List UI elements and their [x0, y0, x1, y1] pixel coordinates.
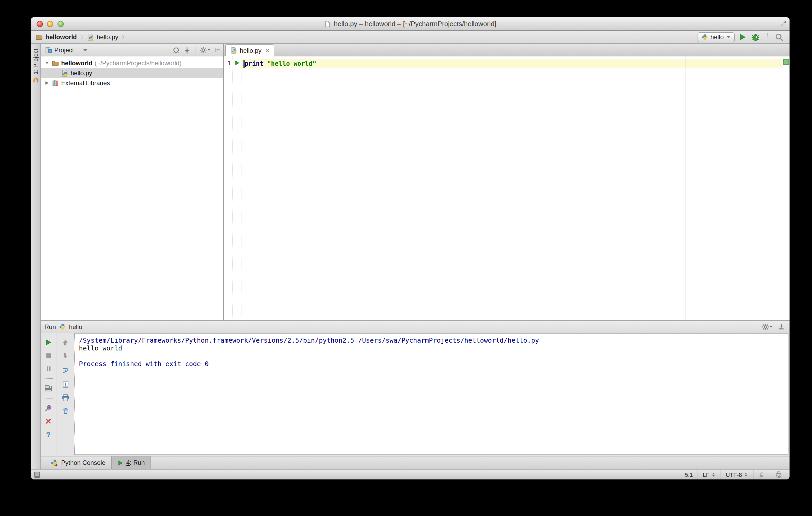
resize-grip-icon[interactable] [780, 20, 786, 27]
pin-tab-button[interactable] [44, 404, 53, 413]
traffic-lights [36, 21, 64, 27]
console-line: /System/Library/Frameworks/Python.framew… [79, 336, 784, 344]
down-arrow-icon [62, 352, 69, 359]
run-icon [739, 33, 746, 41]
print-button[interactable] [61, 393, 70, 402]
panel-settings-button[interactable] [200, 46, 210, 54]
stop-icon [45, 352, 52, 359]
prev-occurrence-button[interactable] [61, 338, 70, 347]
layout-icon [45, 385, 52, 392]
toolbar-separator [44, 398, 53, 398]
left-toolwindow-strip: 1: Project [31, 44, 41, 469]
zoom-window-button[interactable] [57, 21, 64, 27]
run-toolbar-primary: ✕ ? [41, 333, 56, 455]
stop-button[interactable] [44, 351, 53, 360]
libraries-icon [52, 79, 59, 86]
python-console-icon [51, 459, 58, 466]
editor-tab-hello-py[interactable]: hello.py × [225, 44, 274, 56]
scroll-from-source-button[interactable] [172, 46, 180, 54]
search-everywhere-button[interactable] [774, 32, 784, 42]
code-line-1[interactable]: print "hello world" [241, 59, 782, 68]
right-margin-line [686, 56, 686, 320]
close-tab-icon[interactable]: × [266, 47, 269, 54]
run-tab[interactable]: 4: Run [111, 456, 151, 469]
breadcrumb-project[interactable]: helloworld [35, 33, 77, 41]
document-icon [324, 20, 331, 27]
tree-row-external-libraries[interactable]: ▶ External Libraries [41, 78, 223, 88]
project-toolwindow-icon [32, 77, 39, 84]
editor: 1 print "hello world" [224, 56, 789, 320]
pause-icon [45, 365, 52, 372]
tree-row-project-root[interactable]: ▼ helloworld (~/PycharmProjects/hellowor… [41, 58, 223, 68]
help-button[interactable]: ? [44, 430, 53, 439]
updown-arrows-icon [711, 472, 716, 478]
console-line [79, 352, 784, 360]
highlighting-level-widget[interactable] [770, 469, 787, 480]
soft-wrap-button[interactable] [61, 366, 70, 374]
run-panel-title: Run [45, 323, 56, 330]
status-bar: 5:1 LF UTF-8 [31, 469, 789, 480]
hector-inspector-icon [775, 471, 783, 478]
gear-icon [200, 46, 207, 54]
project-panel-title: Project [54, 46, 74, 54]
run-line-icon[interactable] [234, 60, 240, 66]
printer-icon [61, 394, 69, 402]
hide-panel-button[interactable] [214, 47, 221, 53]
run-gutter [233, 56, 241, 320]
title-bar[interactable]: hello.py – helloworld – [~/PycharmProjec… [31, 17, 789, 31]
chevron-down-icon [726, 36, 730, 38]
trash-icon [61, 407, 69, 415]
line-separator-widget[interactable]: LF [698, 469, 721, 480]
breadcrumb-file[interactable]: hello.py [87, 33, 118, 41]
pause-output-button[interactable] [44, 364, 53, 373]
line-number-gutter: 1 [224, 56, 233, 320]
inspection-status-indicator [783, 59, 789, 65]
toolbar-separator [767, 33, 767, 41]
project-panel-header: Project [41, 44, 223, 56]
up-arrow-icon [62, 339, 69, 346]
caret-position-widget[interactable]: 5:1 [679, 469, 698, 480]
project-view-icon [45, 46, 52, 54]
run-console-output[interactable]: /System/Library/Frameworks/Python.framew… [74, 333, 788, 455]
scroll-to-end-button[interactable] [61, 380, 70, 389]
folder-icon [35, 33, 43, 41]
collapse-all-button[interactable] [183, 46, 191, 54]
line-number: 1 [228, 60, 231, 67]
view-mode-dropdown[interactable] [83, 49, 88, 51]
debug-button[interactable] [750, 32, 761, 42]
dock-panel-button[interactable] [778, 323, 785, 330]
scroll-to-end-icon [61, 381, 69, 389]
encoding-widget[interactable]: UTF-8 [721, 469, 753, 480]
close-window-button[interactable] [36, 21, 43, 27]
run-toolwindow: Run hello [41, 320, 789, 456]
chevron-right-icon [121, 33, 126, 41]
bug-icon [751, 33, 760, 41]
soft-wrap-icon [61, 366, 69, 374]
python-console-tab[interactable]: Python Console [45, 456, 111, 469]
clear-console-button[interactable] [61, 406, 70, 415]
rerun-button[interactable] [44, 338, 53, 347]
folder-icon [52, 59, 59, 67]
editor-code-area[interactable]: print "hello world" [241, 56, 782, 320]
run-button[interactable] [737, 32, 748, 42]
restore-layout-button[interactable] [44, 384, 53, 393]
run-settings-button[interactable] [762, 323, 773, 330]
toolbar-separator [195, 46, 196, 54]
unlock-icon [758, 471, 765, 478]
project-tree: ▼ helloworld (~/PycharmProjects/hellowor… [41, 56, 223, 320]
run-icon [45, 339, 52, 346]
collapse-arrow-icon[interactable]: ▼ [45, 61, 50, 65]
bottom-toolwindow-bar: Python Console 4: Run [41, 456, 789, 469]
next-occurrence-button[interactable] [61, 351, 70, 360]
readonly-toggle-widget[interactable] [753, 469, 770, 480]
expand-arrow-icon[interactable]: ▶ [45, 81, 50, 85]
tree-row-hello-py[interactable]: hello.py [41, 68, 223, 78]
error-stripe [782, 56, 789, 320]
run-configuration-select[interactable]: hello [697, 32, 735, 42]
python-icon [59, 323, 66, 330]
minimize-window-button[interactable] [47, 21, 53, 27]
project-toolwindow-tab[interactable]: 1: Project [32, 49, 39, 84]
toggle-toolwindows-button[interactable] [33, 471, 41, 478]
pin-icon [45, 404, 52, 412]
close-panel-button[interactable]: ✕ [44, 417, 53, 426]
